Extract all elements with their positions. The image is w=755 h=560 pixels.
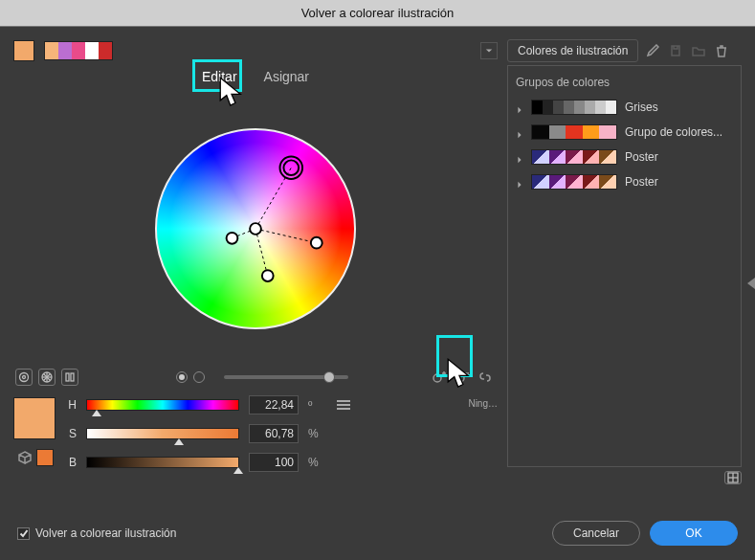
brightness-value[interactable]: 100 [249,453,299,472]
color-groups-panel: Grupos de colores GrisesGrupo de colores… [507,65,742,467]
hsb-menu-icon[interactable] [337,398,350,412]
saturation-unit: % [308,427,322,440]
eyedropper-icon[interactable] [644,42,661,59]
color-group-label: Grupo de colores... [625,125,733,139]
color-group-row[interactable]: Grupo de colores... [516,120,733,145]
hue-value[interactable]: 22,84 [249,395,299,414]
color-wheel-area [13,92,498,365]
save-group-icon[interactable] [667,42,684,59]
svg-line-2 [255,229,268,276]
illustration-colors-button[interactable]: Colores de ilustración [507,39,638,62]
color-group-row[interactable]: Poster [516,145,733,169]
ok-button[interactable]: OK [650,521,738,546]
color-group-label: Poster [625,175,733,189]
wheel-overlay [157,130,354,327]
link-tooltip: Ning… [468,398,498,409]
color-group-swatches[interactable] [44,41,113,60]
wheel-toolbar: Ning… [13,365,498,395]
trash-icon[interactable] [713,42,730,59]
chevron-right-icon [516,178,523,186]
mode-tabs: Editar Asignar [13,65,498,92]
color-group-label: Poster [625,150,733,164]
storage-grid-icon[interactable] [724,471,742,484]
hue-unit: º [308,398,322,412]
svg-rect-21 [66,373,69,381]
color-group-ramp [531,174,617,190]
svg-rect-22 [71,373,74,381]
folder-icon[interactable] [690,42,707,59]
brightness-slider-hsb[interactable] [86,457,239,468]
dialog-footer: Volver a colorear ilustración Cancelar O… [0,506,755,560]
svg-point-26 [456,374,464,382]
svg-point-14 [20,373,29,382]
window-title: Volver a colorear ilustración [0,0,755,27]
color-group-ramp [531,124,617,140]
saturation-slider[interactable] [86,428,239,439]
tab-edit[interactable]: Editar [202,69,237,84]
brightness-slider[interactable] [224,375,348,379]
remove-color-icon[interactable] [454,369,471,386]
chevron-right-icon [516,153,523,161]
preset-dropdown[interactable] [480,42,498,59]
bars-view-icon[interactable] [61,369,78,386]
segmented-wheel-icon[interactable] [38,369,56,386]
recolor-artwork-checkbox[interactable] [17,527,30,540]
color-group-ramp [531,149,617,165]
tab-assign[interactable]: Asignar [264,69,309,84]
h-label: H [65,398,77,412]
recolor-artwork-label: Volver a colorear ilustración [35,526,176,540]
hsb-panel: H 22,84 º S 60,78 % B [13,395,498,472]
illustration-colors-label: Colores de ilustración [518,44,628,57]
cube-icon [16,449,33,466]
color-group-row[interactable]: Grises [516,95,733,120]
cancel-button[interactable]: Cancelar [552,521,640,546]
svg-point-15 [23,376,26,379]
websafe-color-swatch[interactable] [36,449,54,466]
chevron-right-icon [516,128,523,136]
saturation-value[interactable]: 60,78 [249,424,299,443]
panel-collapse-handle[interactable] [747,278,755,289]
color-group-label: Grises [625,101,733,114]
svg-point-23 [433,374,441,382]
svg-point-5 [283,160,299,175]
smooth-wheel-icon[interactable] [15,369,33,386]
result-color-swatch[interactable] [13,397,56,439]
chevron-right-icon [516,103,523,111]
brightness-unit: % [308,456,322,469]
top-strip [13,36,498,65]
hue-slider[interactable] [86,399,239,411]
b-label: B [65,456,77,469]
color-groups-header: Grupos de colores [516,76,733,89]
color-group-row[interactable]: Poster [516,169,733,194]
s-label: S [65,427,77,440]
add-color-icon[interactable] [431,369,448,386]
active-color-swatch[interactable] [13,40,34,61]
svg-line-1 [255,229,317,243]
brightness-mode-b[interactable] [193,371,205,383]
brightness-mode-a[interactable] [176,371,188,383]
color-wheel[interactable] [155,128,356,329]
color-group-ramp [531,100,617,115]
link-harmony-icon[interactable] [477,369,494,386]
